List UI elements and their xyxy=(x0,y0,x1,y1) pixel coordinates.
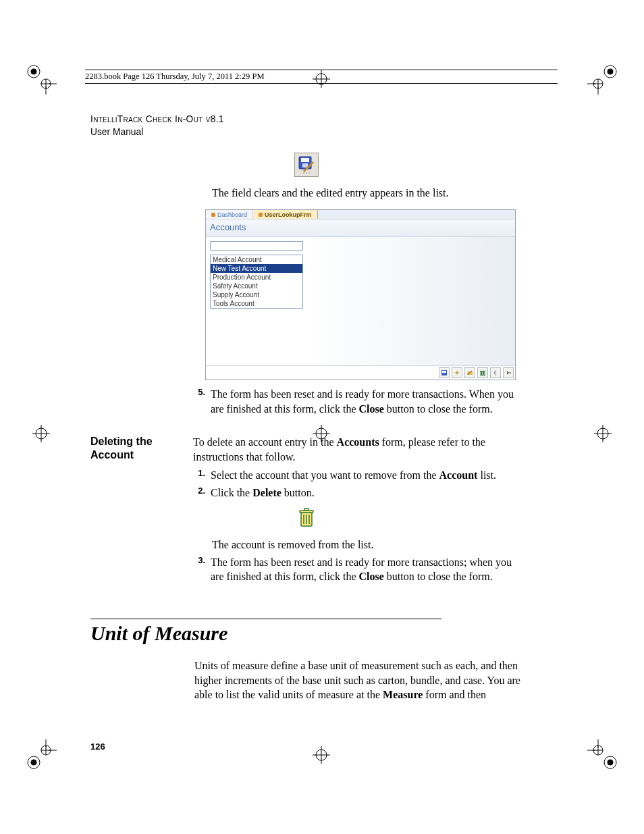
trash-icon xyxy=(296,506,317,529)
page-content: The field clears and the edited entry ap… xyxy=(90,147,522,702)
svg-rect-58 xyxy=(480,371,485,371)
account-search-input[interactable] xyxy=(210,241,303,251)
crop-mark-icon xyxy=(306,739,337,771)
accounts-form-screenshot: Dashboard UserLookupFrm Accounts Medical… xyxy=(205,209,516,380)
svg-point-15 xyxy=(30,759,37,766)
list-item[interactable]: Safety Account xyxy=(211,282,302,290)
svg-point-47 xyxy=(304,173,304,174)
crop-mark-icon xyxy=(587,739,618,771)
list-item[interactable]: Tools Account xyxy=(211,299,302,308)
list-item[interactable]: Supply Account xyxy=(211,290,302,299)
svg-rect-51 xyxy=(442,371,446,373)
form-toolbar xyxy=(206,365,515,380)
crop-mark-icon xyxy=(26,63,57,95)
crop-mark-icon xyxy=(587,63,618,95)
document-header: IntelliTrack Check In-Out v8.1 User Manu… xyxy=(90,113,224,138)
section-heading-deleting: Deleting the Account xyxy=(90,435,193,464)
svg-rect-44 xyxy=(301,158,309,162)
svg-point-49 xyxy=(309,173,310,174)
list-item[interactable]: Production Account xyxy=(211,273,302,282)
save-pencil-icon xyxy=(294,153,319,177)
document-page: 2283.book Page 126 Thursday, July 7, 201… xyxy=(0,0,644,834)
crop-mark-icon xyxy=(26,418,57,449)
tab-dashboard[interactable]: Dashboard xyxy=(206,210,253,219)
body-text: Units of measure define a base unit of m… xyxy=(194,658,522,702)
step-2: 2. Click the Delete button. xyxy=(193,486,522,500)
step-number: 5. xyxy=(193,387,211,416)
step-3: 3. The form has been reset and is ready … xyxy=(193,555,522,584)
step-number: 2. xyxy=(193,486,211,500)
section-rule xyxy=(90,619,441,619)
product-subtitle: User Manual xyxy=(90,126,224,139)
step-number: 3. xyxy=(193,555,211,584)
step-1: 1. Select the account that you want to r… xyxy=(193,468,522,482)
back-icon[interactable] xyxy=(490,367,501,378)
body-text: The account is removed from the list. xyxy=(212,538,522,552)
svg-rect-64 xyxy=(304,509,308,511)
save-pencil-icon[interactable] xyxy=(439,367,450,378)
accounts-list[interactable]: Medical Account New Test Account Product… xyxy=(210,255,303,309)
svg-point-22 xyxy=(607,759,614,766)
product-title: IntelliTrack Check In-Out v8.1 xyxy=(90,113,224,126)
crop-mark-icon xyxy=(587,418,618,449)
list-item[interactable]: Medical Account xyxy=(211,255,302,264)
body-text: The field clears and the edited entry ap… xyxy=(212,186,522,200)
page-number: 126 xyxy=(90,741,105,752)
list-item[interactable]: New Test Account xyxy=(211,264,302,273)
crop-mark-icon xyxy=(26,739,57,771)
svg-point-48 xyxy=(306,173,307,174)
tab-userlookupfrm[interactable]: UserLookupFrm xyxy=(253,210,318,219)
page-header-bar: 2283.book Page 126 Thursday, July 7, 201… xyxy=(85,70,558,84)
svg-point-8 xyxy=(607,68,614,75)
trash-icon[interactable] xyxy=(477,367,488,378)
step-number: 1. xyxy=(193,468,211,482)
sparkle-icon[interactable] xyxy=(452,367,462,378)
form-title: Accounts xyxy=(206,219,515,237)
folder-pencil-icon[interactable] xyxy=(464,367,475,378)
svg-point-1 xyxy=(30,68,37,75)
close-icon[interactable] xyxy=(503,367,514,378)
step-5: 5. The form has been reset and is ready … xyxy=(193,387,522,416)
body-text: To delete an account entry in the Accoun… xyxy=(193,435,522,464)
section-title-unit-of-measure: Unit of Measure xyxy=(90,622,522,645)
